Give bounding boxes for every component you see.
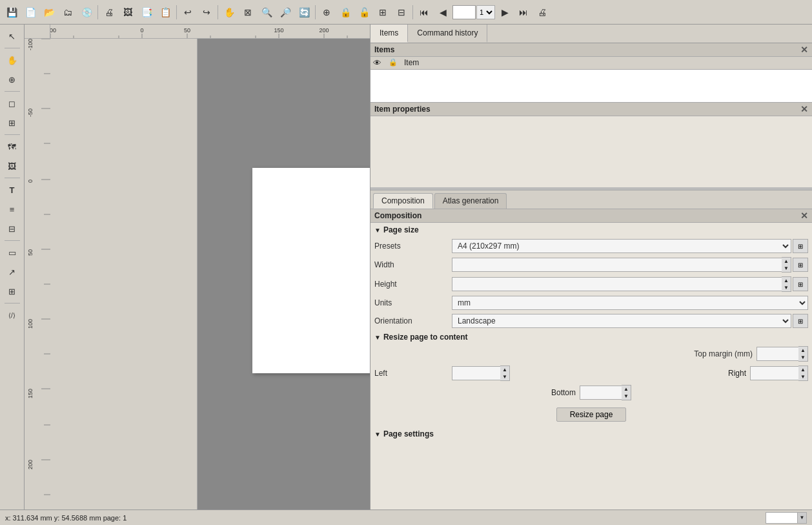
select-item-tool[interactable]: ↖ [3,27,21,45]
export-image-button[interactable]: 🖼 [119,3,137,21]
height-input[interactable]: 210.00 [452,277,782,291]
add-table-tool[interactable]: ⊞ [3,282,21,300]
left-margin-input[interactable]: 0.00 [452,366,500,380]
add-label-tool[interactable]: T [3,181,21,199]
left-sep6 [5,303,20,304]
tab-command-history[interactable]: Command history [408,25,487,43]
composition-section-close[interactable]: ✕ [800,211,808,221]
orientation-copy-btn[interactable]: ⊞ [793,314,808,328]
right-margin-input[interactable]: 0.00 [750,366,798,380]
items-body [370,70,812,102]
right-margin-group: 0.00 ▲ ▼ [750,365,808,381]
bottom-margin-input[interactable]: 0.00 [580,386,622,400]
left-up[interactable]: ▲ [500,366,509,373]
item-properties-close[interactable]: ✕ [800,104,808,114]
height-up[interactable]: ▲ [782,277,791,284]
left-toolbar: ↖ ✋ ⊕ ◻ ⊞ 🗺 🖼 T ≡ ⊟ ▭ ↗ ⊞ ⟨/⟩ [0,25,25,510]
add-scalebar-tool[interactable]: ⊟ [3,220,21,238]
print-button[interactable]: 🖨 [100,3,118,21]
left-down[interactable]: ▼ [500,373,509,380]
top-margin-input[interactable]: 0.00 [756,347,798,361]
zoom-input[interactable]: 26.5% [766,512,798,524]
width-down[interactable]: ▼ [782,265,791,272]
zoom-full-btn[interactable]: ⊠ [239,3,257,21]
save-as-button[interactable]: 💿 [77,3,96,21]
right-down[interactable]: ▼ [798,373,807,380]
move-canvas-tool[interactable]: ✋ [3,51,21,69]
items-section-close[interactable]: ✕ [800,45,808,55]
orientation-row: Orientation Landscape Portrait ⊞ [370,312,812,330]
width-input[interactable]: 297.00 [452,258,782,272]
page-size-arrow: ▼ [374,227,381,234]
save-button[interactable]: 💾 [3,3,21,21]
presets-select[interactable]: A4 (210x297 mm) [452,239,791,253]
zoom-out-btn[interactable]: 🔎 [276,3,294,21]
redo-button[interactable]: ↪ [198,3,216,21]
tab-composition[interactable]: Composition [373,193,433,209]
top-margin-row: Top margin (mm) 0.00 ▲ ▼ [370,344,812,364]
pan-btn[interactable]: ⊕ [318,3,336,21]
top-margin-up[interactable]: ▲ [798,347,807,354]
prev-page-btn[interactable]: ◀ [434,3,452,21]
edit-nodes-tool[interactable]: ◻ [3,94,21,112]
export-svg-button[interactable]: 📋 [156,3,174,21]
tab-atlas-generation[interactable]: Atlas generation [434,193,507,209]
move-item-content-tool[interactable]: ⊞ [3,114,21,132]
add-image-tool[interactable]: 🖼 [3,157,21,175]
zoom-dropdown-arrow[interactable]: ▼ [798,512,807,524]
canvas-scroll[interactable] [198,39,370,510]
new-button[interactable]: 📄 [21,3,39,21]
undo-button[interactable]: ↩ [179,3,197,21]
bottom-down[interactable]: ▼ [622,393,631,400]
add-shape-tool[interactable]: ▭ [3,243,21,262]
item-properties-section: Item properties ✕ [370,103,812,190]
print2-btn[interactable]: 🖨 [533,3,551,21]
page-select[interactable]: 1 [476,5,495,19]
main-area: ↖ ✋ ⊕ ◻ ⊞ 🗺 🖼 T ≡ ⊟ ▭ ↗ ⊞ ⟨/⟩ [0,25,812,510]
page-number-input[interactable]: 1 [452,5,476,19]
refresh-btn[interactable]: 🔄 [295,3,313,21]
canvas-area [25,25,370,510]
add-map-tool[interactable]: 🗺 [3,138,21,156]
inner-tabs: Composition Atlas generation [370,190,812,209]
width-up[interactable]: ▲ [782,258,791,265]
top-margin-down[interactable]: ▼ [798,354,807,361]
page-size-section-title[interactable]: ▼ Page size [370,223,812,237]
group-btn[interactable]: ⊞ [374,3,392,21]
open-folder-button[interactable]: 🗂 [59,3,77,21]
zoom-canvas-tool[interactable]: ⊕ [3,70,21,88]
page-settings-arrow: ▼ [374,431,381,438]
lock-btn[interactable]: 🔒 [336,3,354,21]
add-arrow-tool[interactable]: ↗ [3,263,21,281]
add-html-tool[interactable]: ⟨/⟩ [3,306,21,324]
item-props-resize-handle[interactable] [370,187,812,190]
units-select[interactable]: mm [452,296,808,310]
presets-row: Presets A4 (210x297 mm) ⊞ [370,237,812,255]
add-legend-tool[interactable]: ≡ [3,200,21,218]
next-page-btn[interactable]: ▶ [496,3,514,21]
width-copy-btn[interactable]: ⊞ [793,258,808,272]
ungroup-btn[interactable]: ⊟ [392,3,411,21]
composition-section-header: Composition ✕ [370,209,812,223]
right-up[interactable]: ▲ [798,366,807,373]
export-pdf-button[interactable]: 📑 [137,3,156,21]
bottom-label: Bottom [551,388,576,397]
tab-items[interactable]: Items [370,25,408,43]
first-page-btn[interactable]: ⏮ [415,3,433,21]
resize-section-title[interactable]: ▼ Resize page to content [370,330,812,344]
page-canvas [252,168,370,373]
presets-select-wrapper: A4 (210x297 mm) [452,239,791,253]
panel-tabs: Items Command history [370,25,812,43]
select-tool-btn[interactable]: ✋ [220,3,238,21]
height-copy-btn[interactable]: ⊞ [793,277,808,291]
presets-copy-btn[interactable]: ⊞ [793,239,808,253]
page-settings-title[interactable]: ▼ Page settings [370,427,812,441]
bottom-up[interactable]: ▲ [622,386,631,393]
resize-page-button[interactable]: Resize page [556,407,627,422]
zoom-in-btn[interactable]: 🔍 [258,3,276,21]
unlock-btn[interactable]: 🔓 [355,3,373,21]
open-button[interactable]: 📂 [40,3,58,21]
orientation-select[interactable]: Landscape Portrait [452,314,791,328]
last-page-btn[interactable]: ⏭ [514,3,533,21]
height-down[interactable]: ▼ [782,284,791,291]
